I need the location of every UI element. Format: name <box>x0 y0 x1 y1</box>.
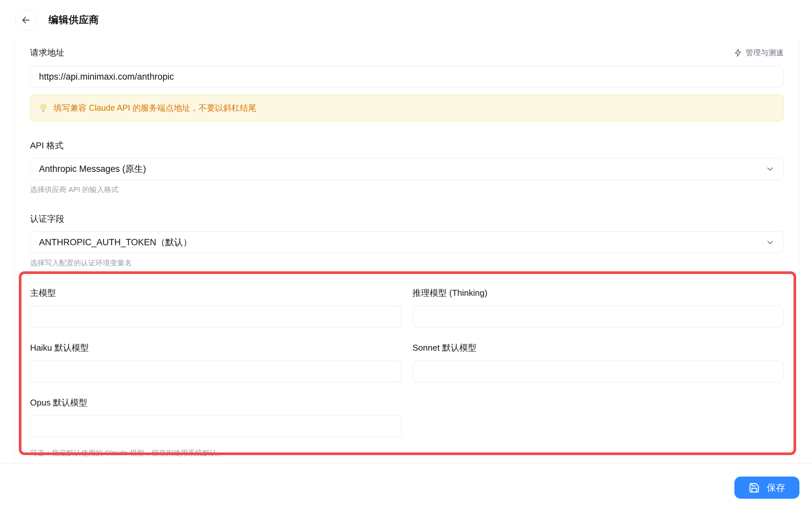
arrow-left-icon <box>20 15 31 26</box>
sonnet-model-field: Sonnet 默认模型 <box>413 342 784 382</box>
sonnet-model-input[interactable] <box>413 361 784 382</box>
edit-provider-form: 请求地址 管理与测速 填写兼容 Claude API 的服务端点地址，不要以斜杠… <box>14 37 800 464</box>
opus-model-field: Opus 默认模型 <box>30 397 401 437</box>
auth-field-label: 认证字段 <box>30 213 784 225</box>
footer-bar: 保存 <box>0 464 812 505</box>
back-button[interactable] <box>16 10 36 30</box>
main-model-field: 主模型 <box>30 287 401 328</box>
chevron-down-icon <box>765 164 775 174</box>
models-helper-text: 可选：指定默认使用的 Claude 模型，留空则使用系统默认。 <box>30 448 784 458</box>
lightbulb-icon <box>38 103 48 113</box>
auth-field-helper: 选择写入配置的认证环境变量名 <box>30 258 784 268</box>
page-header: 编辑供应商 <box>0 0 812 37</box>
url-tip-banner: 填写兼容 Claude API 的服务端点地址，不要以斜杠结尾 <box>30 95 784 121</box>
api-format-value: Anthropic Messages (原生) <box>39 163 146 175</box>
thinking-model-field: 推理模型 (Thinking) <box>413 287 784 328</box>
thinking-model-label: 推理模型 (Thinking) <box>413 287 784 299</box>
lightning-icon <box>734 48 742 57</box>
haiku-model-label: Haiku 默认模型 <box>30 342 401 354</box>
save-button[interactable]: 保存 <box>734 477 799 499</box>
request-url-input[interactable] <box>30 66 784 88</box>
auth-field-select[interactable]: ANTHROPIC_AUTH_TOKEN（默认） <box>30 231 784 253</box>
save-button-label: 保存 <box>767 482 785 494</box>
haiku-model-input[interactable] <box>30 361 401 382</box>
sonnet-model-label: Sonnet 默认模型 <box>413 342 784 354</box>
chevron-down-icon <box>765 237 775 247</box>
default-models-section: 主模型 推理模型 (Thinking) Haiku 默认模型 Sonnet 默认… <box>30 287 784 437</box>
main-model-input[interactable] <box>30 306 401 328</box>
auth-field-value: ANTHROPIC_AUTH_TOKEN（默认） <box>39 236 192 248</box>
page-title: 编辑供应商 <box>49 13 99 27</box>
main-model-label: 主模型 <box>30 287 401 299</box>
api-format-select[interactable]: Anthropic Messages (原生) <box>30 158 784 180</box>
haiku-model-field: Haiku 默认模型 <box>30 342 401 382</box>
floppy-disk-icon <box>749 482 760 493</box>
request-url-label: 请求地址 <box>30 47 64 58</box>
api-format-label: API 格式 <box>30 140 784 151</box>
opus-model-label: Opus 默认模型 <box>30 397 401 408</box>
manage-speedtest-label: 管理与测速 <box>746 47 784 58</box>
manage-speedtest-button[interactable]: 管理与测速 <box>734 47 784 58</box>
thinking-model-input[interactable] <box>413 306 784 328</box>
api-format-helper: 选择供应商 API 的输入格式 <box>30 185 784 195</box>
opus-model-input[interactable] <box>30 415 401 437</box>
url-tip-text: 填写兼容 Claude API 的服务端点地址，不要以斜杠结尾 <box>53 103 256 113</box>
